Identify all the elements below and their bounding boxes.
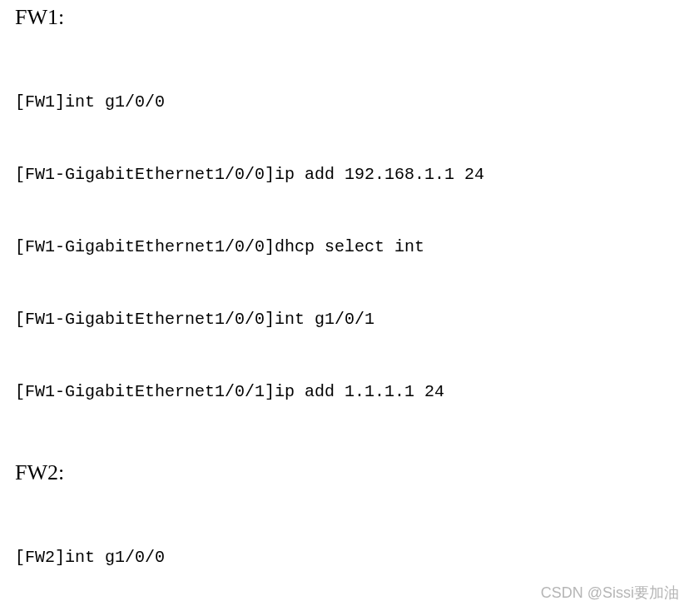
section-title-fw2: FW2: (0, 455, 694, 489)
code-block-fw2: [FW2]int g1/0/0 [FW2-GigabitEthernet1/0/… (0, 489, 694, 616)
code-block-fw1: [FW1]int g1/0/0 [FW1-GigabitEthernet1/0/… (0, 33, 694, 455)
section-fw2: FW2: [FW2]int g1/0/0 [FW2-GigabitEtherne… (0, 455, 694, 616)
code-line: [FW1-GigabitEthernet1/0/0]int g1/0/1 (15, 307, 679, 331)
section-fw1: FW1: [FW1]int g1/0/0 [FW1-GigabitEtherne… (0, 0, 694, 455)
code-line: [FW1-GigabitEthernet1/0/0]dhcp select in… (15, 235, 679, 259)
code-line: [FW1]int g1/0/0 (15, 90, 679, 114)
code-line: [FW2]int g1/0/0 (15, 545, 679, 569)
code-line: [FW1-GigabitEthernet1/0/1]ip add 1.1.1.1… (15, 380, 679, 404)
code-line: [FW1-GigabitEthernet1/0/0]ip add 192.168… (15, 162, 679, 186)
section-title-fw1: FW1: (0, 0, 694, 33)
